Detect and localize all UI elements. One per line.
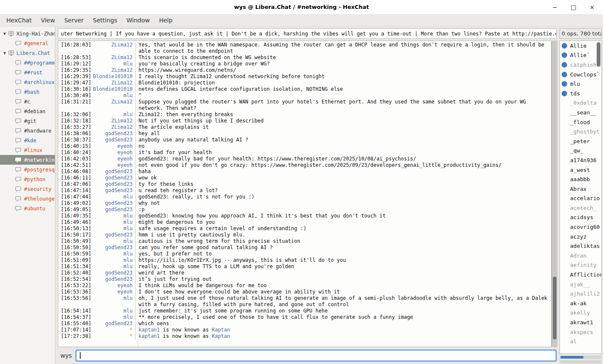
nick-link[interactable]: Kaptan [212,327,230,333]
channel-item-c[interactable]: #c [0,97,55,106]
menu-item-settings[interactable]: Settings [88,15,122,25]
nick[interactable]: eyeoh [91,143,135,149]
menu-item-help[interactable]: Help [155,15,177,25]
channel-item-bash[interactable]: #bash [0,87,55,97]
nick[interactable]: ZLima12 [91,80,135,86]
nick[interactable]: godSend23 [91,181,135,187]
user-item[interactable]: Abrax [560,184,601,194]
channel-item-hardware[interactable]: #hardware [0,126,55,136]
menu-item-hexchat[interactable]: HexChat [2,15,36,25]
nick[interactable]: godSend23 [91,175,135,181]
user-item[interactable]: tds [560,89,601,98]
user-item[interactable]: akrawt1 [560,318,601,327]
nick[interactable]: eyeoh [91,162,135,168]
nick[interactable]: ZLima12 [91,124,135,130]
user-item[interactable]: aefinity [560,261,601,270]
user-item[interactable]: _0xdelta [560,98,601,108]
nick[interactable]: mlu [91,111,135,118]
channel-item-kde[interactable]: #kde [0,136,55,145]
user-item[interactable]: _peter [560,136,601,146]
channel-item-programming[interactable]: ##programming [0,58,55,68]
channel-item-security[interactable]: #security [0,184,55,194]
channel-item-ubuntu[interactable]: #ubuntu [0,204,55,213]
nick[interactable]: eyeoh [91,149,135,156]
user-item[interactable]: catphish [560,60,601,70]
nick[interactable]: ZLima12 [91,99,135,105]
user-item[interactable]: mlu [560,79,601,89]
minimize-button[interactable]: − [551,4,558,11]
channel-item-networking[interactable]: #networking [0,155,55,165]
nick[interactable]: godSend23 [91,270,135,276]
nick[interactable]: godSend23 [91,168,135,175]
nick[interactable]: eyeoh [91,283,135,289]
user-item[interactable]: adeliktas [560,241,601,251]
user-item[interactable]: _qw_ [560,146,601,156]
nick[interactable]: godSend23 [91,206,135,213]
nick-link[interactable]: kaptan1 [139,327,160,333]
user-item[interactable]: ajak__ [560,280,601,289]
user-item[interactable]: ajhalili2 [560,289,601,299]
nick[interactable]: ZLima12 [91,54,135,61]
topic-bar[interactable]: uter Networking | If you have a question… [58,28,557,39]
nick[interactable]: ZLima12 [91,42,135,48]
event-star[interactable]: * [91,333,135,340]
nick[interactable]: mlu [91,295,135,302]
menu-item-server[interactable]: Server [60,15,88,25]
nick[interactable]: ZLima12 [91,67,135,73]
nick[interactable]: mlu [91,225,135,232]
channel-item-archlinux[interactable]: #archlinux [0,77,55,87]
horizontal-scrollbar-track[interactable] [560,360,602,364]
user-item[interactable]: _ghostbyt [560,127,601,136]
user-item[interactable]: accelario [560,194,601,204]
nick[interactable]: eyeoh [91,156,135,162]
user-item[interactable]: aaabbb [560,174,601,184]
nick[interactable]: Blondie101010 [91,73,135,80]
chat-scrollbar-thumb[interactable] [553,277,557,340]
nick[interactable]: eyeoh [91,289,135,295]
user-item[interactable]: al [560,337,601,346]
nick[interactable]: mlu [91,194,135,200]
user-item[interactable]: acetech_ [560,203,601,213]
nick[interactable]: godSend23 [91,187,135,194]
user-item[interactable]: Cowclops` [560,70,601,79]
nick[interactable]: mlu [91,251,135,257]
chat-scrollbar[interactable] [551,41,557,347]
nick[interactable]: mlu [91,263,135,270]
message-input[interactable] [76,350,557,361]
user-item[interactable]: Adran [560,251,601,261]
user-item[interactable]: akspecs [560,327,601,337]
userlist-scrollbar-thumb[interactable] [597,42,600,67]
nick[interactable]: mlu [91,219,135,225]
nick[interactable]: godSend23 [91,232,135,238]
user-item[interactable]: _flood [560,117,601,127]
expander-icon[interactable]: ▼ [1,51,8,55]
user-item[interactable]: ak-ak [560,299,601,308]
nick[interactable]: Blondie101010 [91,86,135,92]
event-star[interactable]: * [91,327,135,333]
user-item[interactable]: acidsys [560,213,601,223]
nick[interactable]: godSend23 [91,321,135,327]
nick[interactable]: mlu [91,92,135,99]
nick[interactable]: godSend23 [91,137,135,143]
nick[interactable]: godSend23 [91,244,135,251]
channel-item-debian[interactable]: #debian [0,106,55,116]
nick[interactable]: godSend23 [91,276,135,283]
channel-item-python[interactable]: #python [0,174,55,184]
user-item[interactable]: Affliction [560,270,601,280]
nick-link[interactable]: Kaptan [212,333,230,339]
nick[interactable]: mlu [91,61,135,67]
nick-link[interactable]: kaptan1 [139,333,160,339]
nick[interactable]: mlu [91,314,135,321]
user-item[interactable]: Allie` [560,51,601,60]
user-item[interactable]: akelly [560,308,601,318]
nick[interactable]: mlu [91,238,135,244]
user-item[interactable]: a_west [560,165,601,175]
channel-item-general[interactable]: #general [0,38,55,48]
horizontal-scrollbar[interactable] [560,356,602,359]
user-item[interactable]: __sean__ [560,108,601,117]
expander-icon[interactable]: ▼ [1,31,8,36]
nick[interactable]: mlu [91,308,135,314]
user-item[interactable]: a174n936 [560,155,601,165]
nick[interactable]: godSend23 [91,200,135,206]
horizontal-scrollbar-thumb[interactable] [560,356,584,359]
